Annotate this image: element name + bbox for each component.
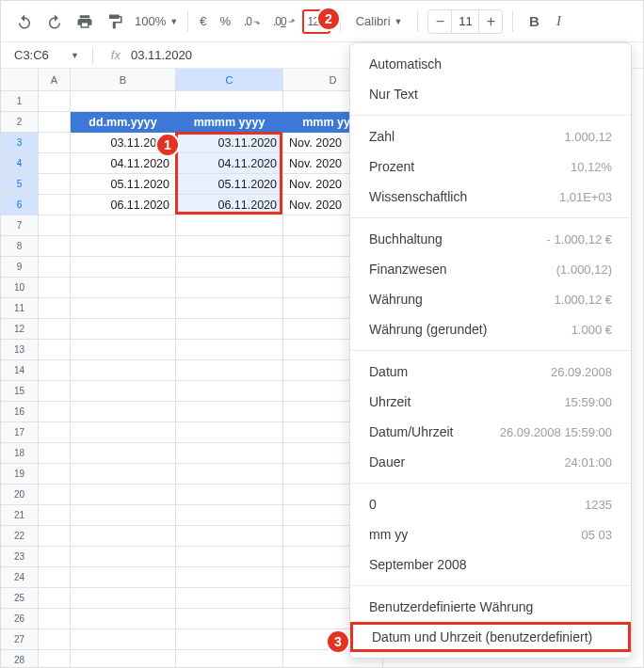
row-header-24[interactable]: 24: [1, 567, 39, 588]
row-header-7[interactable]: 7: [1, 215, 39, 236]
cell-C14[interactable]: [176, 360, 283, 381]
cell-C20[interactable]: [176, 485, 283, 505]
cell-A26[interactable]: [39, 609, 71, 629]
cell-A7[interactable]: [39, 215, 71, 236]
cell-A27[interactable]: [39, 629, 71, 650]
menu-currency[interactable]: Währung1.000,12 €: [350, 284, 631, 314]
cell-B11[interactable]: [71, 298, 176, 319]
cell-B18[interactable]: [71, 443, 176, 464]
row-header-4[interactable]: 4: [1, 153, 39, 174]
cell-C3[interactable]: 03.11.2020: [176, 133, 283, 153]
italic-button[interactable]: I: [547, 13, 570, 29]
row-header-27[interactable]: 27: [1, 629, 39, 650]
row-header-1[interactable]: 1: [1, 91, 39, 112]
row-header-13[interactable]: 13: [1, 340, 39, 360]
row-header-10[interactable]: 10: [1, 278, 39, 298]
menu-percent[interactable]: Prozent10,12%: [350, 151, 631, 182]
cell-A12[interactable]: [39, 319, 71, 340]
cell-A3[interactable]: [39, 133, 71, 153]
cell-C22[interactable]: [176, 526, 283, 547]
select-all-corner[interactable]: [1, 69, 39, 91]
menu-duration[interactable]: Dauer24:01:00: [350, 447, 631, 477]
cell-C2[interactable]: mmmm yyyy: [176, 112, 283, 133]
cell-C16[interactable]: [176, 402, 283, 422]
cell-A4[interactable]: [39, 153, 71, 174]
column-header-C[interactable]: C: [176, 69, 283, 91]
menu-scientific[interactable]: Wissenschaftlich1,01E+03: [350, 182, 631, 212]
decrease-decimal-button[interactable]: .0⬎: [238, 8, 266, 36]
font-size-value[interactable]: 11: [451, 10, 479, 33]
menu-automatic[interactable]: Automatisch: [350, 49, 631, 79]
row-header-15[interactable]: 15: [1, 381, 39, 402]
cell-C4[interactable]: 04.11.2020: [176, 153, 283, 174]
row-header-16[interactable]: 16: [1, 402, 39, 422]
cell-C17[interactable]: [176, 422, 283, 443]
menu-custom-monthyear[interactable]: September 2008: [350, 549, 631, 580]
cell-B27[interactable]: [71, 629, 176, 650]
cell-B23[interactable]: [71, 547, 176, 567]
cell-B22[interactable]: [71, 526, 176, 547]
row-header-6[interactable]: 6: [1, 195, 39, 215]
name-box[interactable]: C3:C6: [8, 48, 65, 62]
cell-C1[interactable]: [176, 91, 283, 112]
row-header-22[interactable]: 22: [1, 526, 39, 547]
cell-B20[interactable]: [71, 485, 176, 505]
cell-C7[interactable]: [176, 215, 283, 236]
column-header-A[interactable]: A: [39, 69, 71, 91]
cell-C15[interactable]: [176, 381, 283, 402]
cell-B17[interactable]: [71, 422, 176, 443]
format-currency-button[interactable]: €: [194, 8, 212, 36]
row-header-2[interactable]: 2: [1, 112, 39, 133]
menu-time[interactable]: Uhrzeit15:59:00: [350, 387, 631, 417]
cell-C27[interactable]: [176, 629, 283, 650]
menu-custom-currency[interactable]: Benutzerdefinierte Währung: [350, 592, 631, 622]
cell-B13[interactable]: [71, 340, 176, 360]
row-header-28[interactable]: 28: [1, 650, 39, 668]
cell-A20[interactable]: [39, 485, 71, 505]
redo-button[interactable]: [40, 8, 69, 36]
row-header-14[interactable]: 14: [1, 360, 39, 381]
menu-custom-datetime[interactable]: Datum und Uhrzeit (benutzerdefiniert): [350, 622, 631, 652]
cell-A6[interactable]: [39, 195, 71, 215]
increase-decimal-button[interactable]: .00⬏: [267, 8, 300, 36]
cell-A21[interactable]: [39, 505, 71, 526]
cell-B15[interactable]: [71, 381, 176, 402]
cell-B16[interactable]: [71, 402, 176, 422]
cell-A23[interactable]: [39, 547, 71, 567]
paint-format-button[interactable]: [101, 8, 129, 36]
cell-B24[interactable]: [71, 567, 176, 588]
cell-A13[interactable]: [39, 340, 71, 360]
cell-A19[interactable]: [39, 464, 71, 485]
cell-A10[interactable]: [39, 278, 71, 298]
bold-button[interactable]: B: [523, 13, 545, 29]
cell-B12[interactable]: [71, 319, 176, 340]
cell-A22[interactable]: [39, 526, 71, 547]
cell-B6[interactable]: 06.11.2020: [71, 195, 176, 215]
cell-C12[interactable]: [176, 319, 283, 340]
increase-font-size-button[interactable]: +: [479, 10, 502, 33]
cell-B21[interactable]: [71, 505, 176, 526]
cell-B4[interactable]: 04.11.2020: [71, 153, 176, 174]
cell-A24[interactable]: [39, 567, 71, 588]
cell-A14[interactable]: [39, 360, 71, 381]
cell-C26[interactable]: [176, 609, 283, 629]
cell-C24[interactable]: [176, 567, 283, 588]
cell-B25[interactable]: [71, 588, 176, 609]
cell-B14[interactable]: [71, 360, 176, 381]
print-button[interactable]: [71, 8, 99, 36]
cell-B9[interactable]: [71, 257, 176, 278]
row-header-25[interactable]: 25: [1, 588, 39, 609]
cell-A16[interactable]: [39, 402, 71, 422]
cell-C18[interactable]: [176, 443, 283, 464]
cell-A18[interactable]: [39, 443, 71, 464]
menu-custom-0[interactable]: 01235: [350, 489, 631, 519]
row-header-5[interactable]: 5: [1, 174, 39, 195]
row-header-26[interactable]: 26: [1, 609, 39, 629]
menu-date[interactable]: Datum26.09.2008: [350, 357, 631, 387]
row-header-3[interactable]: 3: [1, 133, 39, 153]
row-header-9[interactable]: 9: [1, 257, 39, 278]
cell-C11[interactable]: [176, 298, 283, 319]
row-header-20[interactable]: 20: [1, 485, 39, 505]
menu-financial[interactable]: Finanzwesen(1.000,12): [350, 254, 631, 284]
format-percent-button[interactable]: %: [214, 8, 236, 36]
